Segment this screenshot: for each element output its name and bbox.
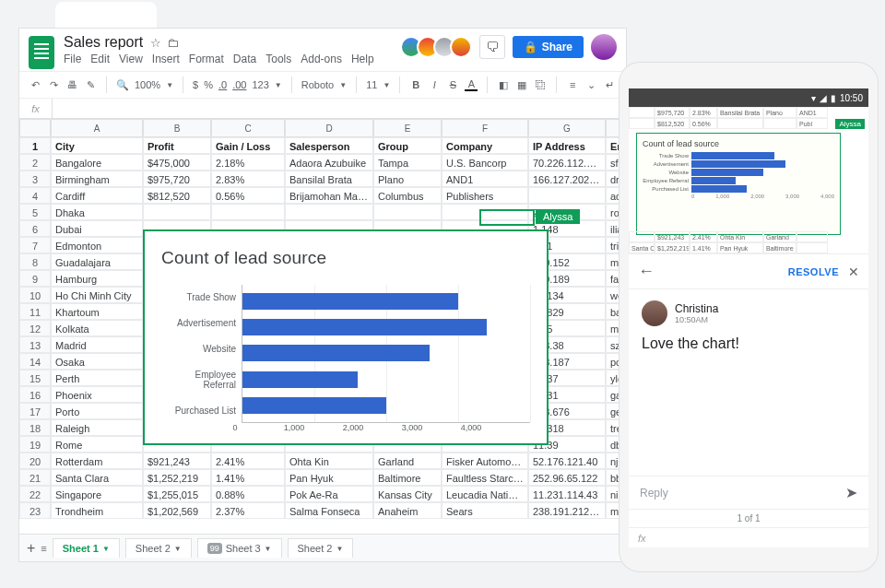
nav-home-icon[interactable]: [743, 554, 754, 565]
cell[interactable]: 2.83%: [211, 171, 285, 187]
cell[interactable]: Adaora Azubuike: [285, 154, 373, 171]
cell[interactable]: Santa Clara: [51, 469, 143, 486]
cell[interactable]: Phoenix: [51, 386, 143, 403]
sheet-tab[interactable]: Sheet 2▼: [288, 538, 354, 558]
row-number[interactable]: 19: [19, 436, 51, 453]
column-header[interactable]: A: [51, 119, 143, 137]
column-header[interactable]: [19, 119, 51, 137]
cell[interactable]: 0.56%: [211, 187, 285, 204]
row-number[interactable]: 6: [19, 220, 51, 237]
cell[interactable]: Bangalore: [51, 154, 143, 171]
row-number[interactable]: 18: [19, 419, 51, 436]
format-percent[interactable]: %: [204, 79, 213, 90]
chevron-down-icon[interactable]: ▼: [383, 81, 390, 89]
bold-icon[interactable]: B: [409, 79, 422, 90]
cell[interactable]: $1,202,569: [143, 502, 211, 519]
cell[interactable]: Kolkata: [51, 320, 143, 336]
menu-help[interactable]: Help: [351, 53, 374, 65]
share-button[interactable]: 🔒 Share: [513, 36, 584, 58]
formula-bar[interactable]: fx: [19, 99, 626, 119]
font-size[interactable]: 11: [366, 79, 377, 90]
borders-icon[interactable]: ▦: [515, 79, 528, 91]
cell[interactable]: 0.88%: [211, 486, 285, 502]
text-color-icon[interactable]: A: [465, 78, 478, 91]
menu-addons[interactable]: Add-ons: [301, 53, 342, 65]
merge-icon[interactable]: ⿻: [534, 79, 547, 90]
menu-insert[interactable]: Insert: [152, 53, 180, 65]
row-number[interactable]: 5: [19, 204, 51, 220]
format-currency[interactable]: $: [193, 79, 198, 90]
chevron-down-icon[interactable]: ▼: [166, 81, 173, 89]
cell[interactable]: Khartoum: [51, 303, 143, 320]
cell[interactable]: Trondheim: [51, 502, 143, 519]
add-sheet-button[interactable]: +: [27, 540, 35, 557]
cell[interactable]: 166.127.202.89: [528, 171, 606, 187]
row-number[interactable]: 4: [19, 187, 51, 204]
collaborator-avatars[interactable]: [406, 36, 472, 58]
cell[interactable]: $1,252,219: [143, 469, 211, 486]
row-number[interactable]: 8: [19, 253, 51, 270]
row-number[interactable]: 11: [19, 303, 51, 320]
column-header[interactable]: D: [285, 119, 373, 137]
decrease-decimal[interactable]: .0: [218, 79, 227, 90]
cell[interactable]: [373, 204, 442, 220]
chart-overlay[interactable]: Count of lead source Trade ShowAdvertise…: [143, 229, 549, 445]
row-number[interactable]: 20: [19, 453, 51, 469]
cell[interactable]: Plano: [373, 171, 442, 187]
cell[interactable]: 1.41%: [211, 469, 285, 486]
menu-edit[interactable]: Edit: [90, 53, 110, 65]
cell[interactable]: Raleigh: [51, 419, 143, 436]
format-number[interactable]: 123: [252, 79, 268, 90]
mini-sheet-view[interactable]: $975,7202.83%Bansilal BrataPlanoAND1$812…: [629, 107, 868, 254]
chevron-down-icon[interactable]: ▼: [174, 545, 182, 553]
redo-icon[interactable]: ↷: [47, 79, 60, 91]
row-number[interactable]: 10: [19, 287, 51, 303]
row-number[interactable]: 9: [19, 270, 51, 287]
cell[interactable]: Perth: [51, 370, 143, 386]
cell[interactable]: Cardiff: [51, 187, 143, 204]
chevron-down-icon[interactable]: ▼: [336, 545, 343, 553]
paint-format-icon[interactable]: ✎: [84, 79, 97, 91]
cell[interactable]: [285, 204, 373, 220]
row-number[interactable]: 21: [19, 469, 51, 486]
cell[interactable]: Rome: [51, 436, 143, 453]
sheet-tab[interactable]: 99Sheet 3▼: [197, 538, 282, 558]
cell[interactable]: 2.18%: [211, 154, 285, 171]
cell[interactable]: Company: [442, 137, 528, 154]
nav-back-icon[interactable]: [657, 554, 668, 565]
column-header[interactable]: G: [528, 119, 606, 137]
cell[interactable]: 70.226.112.100: [528, 154, 606, 171]
row-number[interactable]: 1: [19, 137, 51, 154]
wrap-icon[interactable]: ↵: [603, 79, 616, 91]
cell[interactable]: IP Address: [528, 137, 606, 154]
font-select[interactable]: Roboto: [301, 79, 334, 90]
cell[interactable]: Rotterdam: [51, 453, 143, 469]
close-icon[interactable]: ✕: [848, 265, 859, 279]
cell[interactable]: Faultless Starch/Bo: [442, 469, 528, 486]
cell[interactable]: Ho Chi Minh City: [51, 287, 143, 303]
cell[interactable]: $1,255,015: [143, 486, 211, 502]
chevron-down-icon[interactable]: ▼: [102, 545, 110, 553]
document-title[interactable]: Sales report: [64, 34, 143, 51]
phone-formula-bar[interactable]: fx: [629, 527, 868, 547]
cell[interactable]: Salesperson: [285, 137, 373, 154]
cell[interactable]: U.S. Bancorp: [442, 154, 528, 171]
print-icon[interactable]: 🖶: [65, 79, 78, 90]
cell[interactable]: Columbus: [373, 187, 442, 204]
cell[interactable]: Pok Ae-Ra: [285, 486, 373, 502]
column-header[interactable]: C: [211, 119, 285, 137]
menu-view[interactable]: View: [119, 53, 143, 65]
chevron-down-icon[interactable]: ▼: [339, 81, 347, 89]
back-arrow-icon[interactable]: ←: [638, 262, 655, 281]
cell[interactable]: Profit: [143, 137, 211, 154]
cell[interactable]: Publishers: [442, 187, 528, 204]
sheet-tab[interactable]: Sheet 2▼: [125, 538, 192, 558]
send-icon[interactable]: ➤: [845, 484, 857, 501]
menu-tools[interactable]: Tools: [266, 53, 291, 65]
row-number[interactable]: 13: [19, 336, 51, 353]
mini-chart[interactable]: Count of lead source Trade ShowAdvertise…: [636, 133, 841, 235]
cell[interactable]: Group: [373, 137, 442, 154]
row-number[interactable]: 15: [19, 370, 51, 386]
cell[interactable]: Sears: [442, 502, 528, 519]
column-header[interactable]: E: [373, 119, 442, 137]
